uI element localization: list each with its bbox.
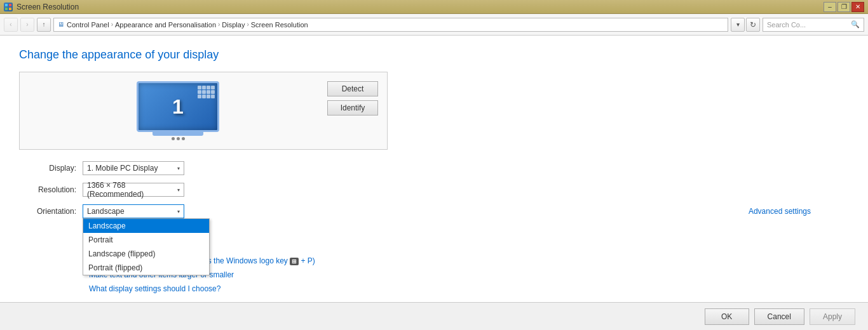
breadcrumb-control-panel[interactable]: Control Panel [67, 21, 109, 29]
resolution-dropdown-arrow: ▾ [177, 187, 180, 193]
svg-rect-2 [5, 8, 8, 10]
display-dropdown-value: 1. Mobile PC Display [87, 164, 158, 173]
breadcrumb-display[interactable]: Display [222, 21, 245, 29]
advanced-settings-link[interactable]: Advanced settings [749, 207, 811, 216]
orientation-option-portrait[interactable]: Portrait [83, 233, 209, 247]
breadcrumb-icon: 🖥 [58, 21, 64, 28]
search-icon[interactable]: 🔍 [851, 20, 860, 29]
display-dropdown-arrow: ▾ [177, 166, 180, 171]
breadcrumb-screen-resolution[interactable]: Screen Resolution [251, 21, 308, 29]
resolution-label: Resolution: [19, 185, 83, 194]
breadcrumb-appearance[interactable]: Appearance and Personalisation [115, 21, 216, 29]
app-icon [4, 3, 13, 11]
monitor-grid [198, 86, 215, 98]
page-title: Change the appearance of your display [19, 48, 849, 62]
monitor-dots [172, 137, 185, 140]
refresh-button[interactable]: ↻ [746, 18, 760, 32]
identify-button[interactable]: Identify [327, 100, 378, 116]
bottom-bar: OK Cancel Apply [0, 302, 868, 330]
ok-button[interactable]: OK [705, 308, 749, 325]
search-box[interactable]: Search Co... 🔍 [763, 18, 864, 32]
window-title: Screen Resolution [17, 3, 79, 11]
orientation-dropdown[interactable]: Landscape ▾ [83, 204, 184, 218]
orientation-value: Landscape [87, 207, 125, 216]
resolution-dropdown[interactable]: 1366 × 768 (Recommended) ▾ [83, 183, 184, 197]
title-bar: Screen Resolution – ❐ ✕ [0, 0, 868, 14]
title-bar-left: Screen Resolution [4, 3, 79, 11]
orientation-label: Orientation: [19, 207, 83, 216]
monitor-area: 1 Detect Identify [19, 72, 388, 150]
close-button[interactable]: ✕ [851, 2, 864, 12]
up-button[interactable]: ↑ [37, 18, 51, 32]
monitor-display: 1 [29, 81, 327, 140]
restore-button[interactable]: ❐ [837, 2, 850, 12]
address-bar: ‹ › ↑ 🖥 Control Panel › Appearance and P… [0, 14, 868, 36]
dropdown-path-button[interactable]: ▾ [731, 18, 745, 32]
display-dropdown[interactable]: 1. Mobile PC Display ▾ [83, 161, 184, 175]
main-content: Change the appearance of your display 1 [0, 36, 868, 330]
window-controls: – ❐ ✕ [824, 2, 864, 12]
display-settings-link-row: What display settings should I choose? [89, 284, 849, 293]
monitor-wrapper: 1 [137, 81, 219, 140]
svg-rect-0 [5, 4, 8, 6]
svg-rect-3 [9, 8, 11, 10]
detect-buttons: Detect Identify [327, 81, 378, 116]
display-label: Display: [19, 164, 83, 173]
monitor-image: 1 [137, 81, 219, 132]
orientation-option-portrait-flipped[interactable]: Portrait (flipped) [83, 261, 209, 275]
orientation-row: Orientation: Landscape ▾ Landscape Portr… [19, 204, 849, 218]
display-settings-link[interactable]: What display settings should I choose? [89, 284, 220, 293]
orientation-dropdown-container: Landscape ▾ Landscape Portrait Landscape… [83, 204, 184, 218]
monitor-stand [153, 132, 203, 136]
resolution-row: Resolution: 1366 × 768 (Recommended) ▾ [19, 183, 849, 197]
monitor-number: 1 [172, 95, 184, 119]
svg-rect-1 [9, 4, 11, 6]
orientation-dropdown-menu: Landscape Portrait Landscape (flipped) P… [83, 218, 210, 275]
cancel-button[interactable]: Cancel [754, 308, 804, 325]
orientation-option-landscape[interactable]: Landscape [83, 219, 209, 233]
orientation-arrow: ▾ [177, 209, 180, 214]
resolution-dropdown-value: 1366 × 768 (Recommended) [87, 181, 177, 199]
minimize-button[interactable]: – [824, 2, 836, 12]
back-button[interactable]: ‹ [4, 18, 18, 32]
display-row: Display: 1. Mobile PC Display ▾ [19, 161, 849, 175]
search-placeholder: Search Co... [767, 21, 848, 29]
detect-button[interactable]: Detect [327, 81, 378, 96]
address-path: 🖥 Control Panel › Appearance and Persona… [53, 18, 728, 32]
apply-button[interactable]: Apply [810, 308, 855, 325]
forward-button[interactable]: › [20, 18, 34, 32]
orientation-option-landscape-flipped[interactable]: Landscape (flipped) [83, 247, 209, 261]
